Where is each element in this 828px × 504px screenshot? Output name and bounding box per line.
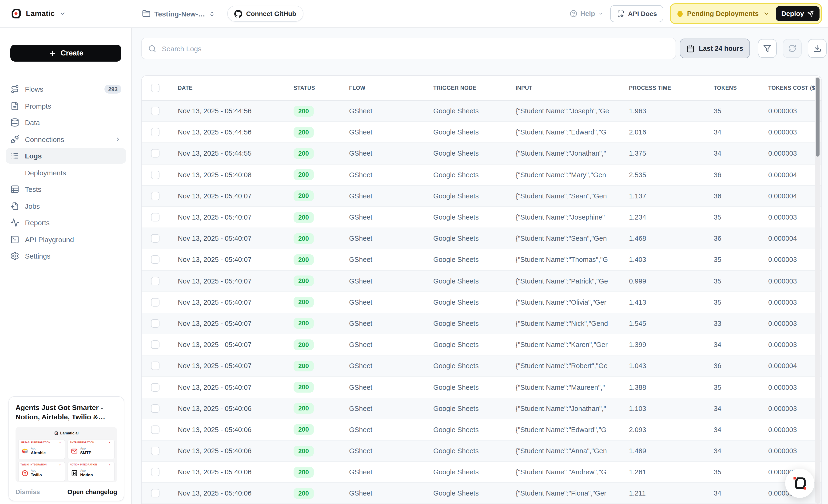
chevrons-up-down-icon <box>209 11 215 17</box>
download-button[interactable] <box>808 39 827 58</box>
table-row[interactable]: Nov 13, 2025 - 05:40:07200GSheetGoogle S… <box>141 207 821 228</box>
table-row[interactable]: Nov 13, 2025 - 05:40:07200GSheetGoogle S… <box>141 249 821 271</box>
row-checkbox[interactable] <box>141 489 178 498</box>
sidebar-item-flows[interactable]: Flows293 <box>6 81 126 97</box>
table-row[interactable]: Nov 13, 2025 - 05:40:06200GSheetGoogle S… <box>141 483 821 504</box>
table-row[interactable]: Nov 13, 2025 - 05:40:06200GSheetGoogle S… <box>141 398 821 419</box>
table-scrollbar[interactable] <box>815 77 821 504</box>
column-header-input[interactable]: INPUT <box>515 84 629 91</box>
row-status: 200 <box>294 212 349 223</box>
table-row[interactable]: Nov 13, 2025 - 05:40:06200GSheetGoogle S… <box>141 462 821 483</box>
api-docs-button[interactable]: API Docs <box>610 5 664 22</box>
column-header-tokens[interactable]: TOKENS <box>714 84 768 91</box>
sidebar-item-jobs[interactable]: Jobs <box>6 198 126 214</box>
row-checkbox[interactable] <box>141 213 178 221</box>
table-row[interactable]: Nov 13, 2025 - 05:40:06200GSheetGoogle S… <box>141 441 821 462</box>
row-trigger-node: Google Sheets <box>433 107 515 115</box>
row-checkbox[interactable] <box>141 256 178 264</box>
table-row[interactable]: Nov 13, 2025 - 05:40:07200GSheetGoogle S… <box>141 377 821 398</box>
chevron-down-icon[interactable] <box>59 10 66 17</box>
row-checkbox[interactable] <box>141 171 178 179</box>
row-tokens-cost: 0.000004 <box>768 171 822 178</box>
row-checkbox[interactable] <box>141 277 178 285</box>
open-changelog-button[interactable]: Open changelog <box>67 489 117 496</box>
row-checkbox[interactable] <box>141 340 178 349</box>
chevron-down-icon[interactable] <box>763 10 770 17</box>
column-header-flow[interactable]: FLOW <box>349 84 433 91</box>
table-row[interactable]: Nov 13, 2025 - 05:40:07200GSheetGoogle S… <box>141 356 821 377</box>
column-header-process-time[interactable]: PROCESS TIME <box>629 84 714 91</box>
chat-widget-button[interactable] <box>785 469 814 498</box>
promo-card-title: NOTION INTEGRATION <box>70 463 97 466</box>
table-row[interactable]: Nov 13, 2025 - 05:44:55200GSheetGoogle S… <box>141 143 821 164</box>
row-checkbox[interactable] <box>141 447 178 455</box>
create-button[interactable]: Create <box>10 45 121 61</box>
reports-icon <box>10 218 19 227</box>
row-flow: GSheet <box>349 468 433 476</box>
table-row[interactable]: Nov 13, 2025 - 05:44:56200GSheetGoogle S… <box>141 101 821 122</box>
filter-button[interactable] <box>758 39 777 58</box>
sidebar-item-label: Connections <box>25 135 109 143</box>
time-range-button[interactable]: Last 24 hours <box>680 39 750 58</box>
row-date: Nov 13, 2025 - 05:40:07 <box>178 235 294 242</box>
row-checkbox[interactable] <box>141 107 178 115</box>
scrollbar-thumb[interactable] <box>816 78 820 156</box>
row-tokens-cost: 0.000003 <box>768 256 822 264</box>
column-header-tokens-cost[interactable]: TOKENS COST ($) <box>768 84 822 91</box>
row-checkbox[interactable] <box>141 319 178 328</box>
row-checkbox[interactable] <box>141 128 178 137</box>
table-row[interactable]: Nov 13, 2025 - 05:40:07200GSheetGoogle S… <box>141 313 821 334</box>
select-all-checkbox[interactable] <box>141 84 178 92</box>
column-header-status[interactable]: STATUS <box>294 84 349 91</box>
row-checkbox[interactable] <box>141 298 178 307</box>
row-date: Nov 13, 2025 - 05:40:06 <box>178 405 294 412</box>
row-checkbox[interactable] <box>141 234 178 242</box>
table-row[interactable]: Nov 13, 2025 - 05:40:08200GSheetGoogle S… <box>141 164 821 185</box>
row-checkbox[interactable] <box>141 149 178 158</box>
status-badge: 200 <box>294 424 314 435</box>
row-status: 200 <box>294 467 349 478</box>
column-header-trigger-node[interactable]: TRIGGER NODE <box>433 84 515 91</box>
project-selector[interactable]: Testing-New-… <box>142 9 215 18</box>
table-row[interactable]: Nov 13, 2025 - 05:40:07200GSheetGoogle S… <box>141 292 821 313</box>
row-checkbox[interactable] <box>141 383 178 392</box>
row-input: {"Student Name":"Jonathan"," <box>515 150 629 157</box>
table-row[interactable]: Nov 13, 2025 - 05:40:07200GSheetGoogle S… <box>141 186 821 207</box>
deploy-button[interactable]: Deploy <box>776 6 820 21</box>
row-checkbox[interactable] <box>141 425 178 434</box>
sidebar-item-data[interactable]: Data <box>6 115 126 130</box>
row-tokens: 35 <box>714 107 768 115</box>
table-row[interactable]: Nov 13, 2025 - 05:44:56200GSheetGoogle S… <box>141 122 821 143</box>
row-input: {"Student Name":"Sean","Gen <box>515 192 629 200</box>
sidebar-item-settings[interactable]: Settings <box>6 248 126 264</box>
dismiss-button[interactable]: Dismiss <box>15 489 40 496</box>
table-row[interactable]: Nov 13, 2025 - 05:40:06200GSheetGoogle S… <box>141 419 821 441</box>
promo-card-body: AppTwilio <box>18 467 65 479</box>
search-input[interactable] <box>161 44 669 53</box>
row-checkbox[interactable] <box>141 468 178 476</box>
sidebar-item-tests[interactable]: Tests <box>6 181 126 197</box>
row-date: Nov 13, 2025 - 05:40:07 <box>178 256 294 264</box>
table-row[interactable]: Nov 13, 2025 - 05:40:07200GSheetGoogle S… <box>141 334 821 356</box>
sidebar-item-deployments[interactable]: Deployments <box>6 165 126 180</box>
pending-deployments-label[interactable]: Pending Deployments <box>687 10 759 17</box>
brand-name: Lamatic <box>26 9 55 18</box>
connect-github-button[interactable]: Connect GitHub <box>227 6 303 21</box>
brand[interactable]: Lamatic <box>0 8 132 19</box>
refresh-button[interactable] <box>783 39 802 58</box>
sidebar-item-connections[interactable]: Connections <box>6 131 126 147</box>
row-trigger-node: Google Sheets <box>433 468 515 476</box>
sidebar-item-api-playground[interactable]: API Playground <box>6 232 126 247</box>
table-row[interactable]: Nov 13, 2025 - 05:40:07200GSheetGoogle S… <box>141 271 821 292</box>
column-header-date[interactable]: DATE <box>178 84 294 91</box>
promo-card-header: TWILIO INTEGRATION▸ – <box>18 462 65 467</box>
row-checkbox[interactable] <box>141 192 178 200</box>
row-checkbox[interactable] <box>141 404 178 413</box>
table-row[interactable]: Nov 13, 2025 - 05:40:07200GSheetGoogle S… <box>141 228 821 249</box>
sidebar-item-reports[interactable]: Reports <box>6 215 126 230</box>
sidebar-item-prompts[interactable]: Prompts <box>6 98 126 113</box>
help-menu[interactable]: Help <box>570 10 604 17</box>
row-checkbox[interactable] <box>141 362 178 370</box>
sidebar-item-logs[interactable]: Logs <box>6 148 126 164</box>
folder-icon <box>142 9 151 18</box>
